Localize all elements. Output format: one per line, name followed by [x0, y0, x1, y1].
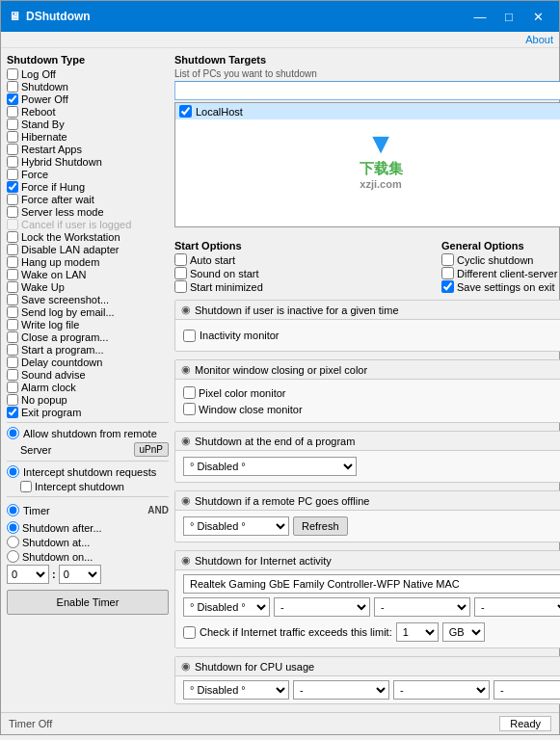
minute-select[interactable]: 0 30: [59, 565, 101, 584]
program-dropdown[interactable]: ° Disabled °: [183, 457, 357, 476]
lock-workstation-checkbox[interactable]: [7, 231, 18, 243]
traffic-limit-checkbox[interactable]: [183, 626, 196, 639]
cpu-header[interactable]: ◉ Shutdown for CPU usage: [175, 657, 560, 676]
force-if-hung-label: Force if Hung: [21, 181, 85, 193]
internet-header[interactable]: ◉ Shutdown for Internet activity: [175, 551, 560, 570]
hybrid-shutdown-checkbox[interactable]: [7, 156, 18, 168]
list-item: Power Off: [7, 93, 169, 105]
about-link[interactable]: About: [525, 34, 553, 45]
auto-start-checkbox[interactable]: [174, 253, 187, 266]
shutdown-at-radio[interactable]: [7, 536, 19, 548]
wake-up-checkbox[interactable]: [7, 281, 18, 293]
timer-enable-radio[interactable]: [7, 504, 19, 516]
monitor-body: Pixel color monitor Window close monitor…: [175, 380, 560, 422]
inactivity-header-label: Shutdown if user is inactive for a given…: [195, 304, 399, 316]
inactivity-monitor-checkbox[interactable]: [183, 330, 196, 342]
inactivity-section: ◉ Shutdown if user is inactive for a giv…: [174, 300, 560, 352]
offline-radio-indicator: ◉: [181, 494, 191, 507]
force-checkbox[interactable]: [7, 169, 18, 180]
restart-apps-label: Restart Apps: [21, 144, 82, 155]
internet-disabled-dropdown[interactable]: ° Disabled °: [183, 597, 270, 617]
save-settings-checkbox[interactable]: [441, 280, 454, 293]
hibernate-label: Hibernate: [21, 131, 67, 143]
allow-shutdown-label: Allow shutdown from remote: [23, 428, 157, 439]
force-if-hung-checkbox[interactable]: [7, 181, 18, 193]
pixel-color-checkbox[interactable]: [183, 386, 196, 399]
disable-lan-checkbox[interactable]: [7, 244, 18, 255]
minimize-button[interactable]: —: [467, 7, 493, 26]
list-item: Cancel if user is logged: [7, 219, 169, 230]
start-program-checkbox[interactable]: [7, 344, 18, 356]
offline-header[interactable]: ◉ Shutdown if a remote PC goes offline: [175, 491, 560, 511]
enable-timer-button[interactable]: Enable Timer: [7, 590, 169, 615]
alarm-clock-checkbox[interactable]: [7, 382, 18, 393]
close-button[interactable]: ✕: [524, 7, 551, 26]
power-off-label: Power Off: [21, 93, 68, 105]
cpu-d2[interactable]: -: [393, 680, 490, 700]
different-client-checkbox[interactable]: [441, 267, 454, 279]
target-input[interactable]: [174, 81, 560, 100]
sound-on-start-checkbox[interactable]: [174, 267, 187, 279]
maximize-button[interactable]: □: [495, 7, 522, 26]
shutdown-after-radio[interactable]: [7, 521, 19, 534]
monitor-header[interactable]: ◉ Monitor window closing or pixel color: [175, 360, 560, 380]
wake-up-label: Wake Up: [21, 281, 65, 293]
shutdown-checkbox[interactable]: [7, 81, 18, 92]
localhost-checkbox[interactable]: [179, 105, 192, 118]
refresh-button[interactable]: Refresh: [293, 516, 348, 536]
save-screenshot-checkbox[interactable]: [7, 294, 18, 305]
program-header[interactable]: ◉ Shutdown at the end of a program: [175, 432, 560, 451]
server-less-mode-checkbox[interactable]: [7, 206, 18, 218]
cpu-d1[interactable]: -: [293, 680, 389, 700]
alarm-clock-label: Alarm clock: [21, 382, 76, 393]
power-off-checkbox[interactable]: [7, 93, 18, 105]
list-item: Shutdown: [7, 81, 169, 92]
restart-apps-checkbox[interactable]: [7, 144, 18, 155]
inactivity-header[interactable]: ◉ Shutdown if user is inactive for a giv…: [175, 301, 560, 320]
stand-by-checkbox[interactable]: [7, 119, 18, 130]
adapter-dropdown[interactable]: Realtek Gaming GbE Family Controller-WFP…: [183, 574, 560, 594]
start-minimized-checkbox[interactable]: [174, 280, 187, 293]
cyclic-shutdown-checkbox[interactable]: [441, 253, 454, 266]
right-panel: Shutdown Targets List of PCs you want to…: [174, 54, 560, 706]
offline-dropdown[interactable]: ° Disabled °: [183, 516, 289, 536]
delay-countdown-checkbox[interactable]: [7, 357, 18, 368]
hour-select[interactable]: 0 1: [7, 565, 49, 584]
list-item: Start a program...: [7, 344, 169, 356]
intercept-label: Intercept shutdown requests: [23, 466, 156, 478]
intercept-radio[interactable]: [7, 465, 19, 478]
unit-dropdown[interactable]: GB: [442, 622, 485, 642]
inactivity-row: Inactivity monitor - ▼: [183, 326, 560, 345]
no-popup-checkbox[interactable]: [7, 394, 18, 406]
internet-d2[interactable]: -: [374, 597, 470, 617]
server-less-mode-label: Server less mode: [21, 206, 104, 218]
internet-dropdowns-row: ° Disabled ° - - - -: [183, 597, 560, 617]
cpu-d3[interactable]: -: [493, 680, 560, 700]
hang-up-modem-checkbox[interactable]: [7, 256, 18, 268]
targets-left: Shutdown Targets List of PCs you want to…: [174, 54, 560, 236]
exit-program-checkbox[interactable]: [7, 407, 18, 418]
traffic-limit-row: Check if Internet traffic exceeds this l…: [183, 622, 560, 642]
shutdown-on-radio[interactable]: [7, 550, 19, 563]
delay-countdown-label: Delay countdown: [21, 357, 102, 368]
list-item: Alarm clock: [7, 382, 169, 393]
sound-advise-checkbox[interactable]: [7, 369, 18, 381]
allow-shutdown-radio[interactable]: [7, 427, 19, 439]
allow-shutdown-section: Allow shutdown from remote: [7, 427, 169, 439]
cpu-disabled-dropdown[interactable]: ° Disabled °: [183, 680, 289, 700]
window-close-label: Window close monitor: [199, 404, 303, 415]
internet-d1[interactable]: -: [274, 597, 370, 617]
send-log-checkbox[interactable]: [7, 306, 18, 318]
hibernate-checkbox[interactable]: [7, 131, 18, 143]
force-after-wait-checkbox[interactable]: [7, 194, 18, 205]
wake-on-lan-checkbox[interactable]: [7, 269, 18, 280]
start-minimized-item: Start minimized: [174, 280, 432, 293]
internet-d3[interactable]: -: [474, 597, 560, 617]
limit-value-dropdown[interactable]: 1: [396, 622, 439, 642]
log-off-checkbox[interactable]: [7, 68, 18, 80]
reboot-checkbox[interactable]: [7, 106, 18, 118]
window-close-checkbox[interactable]: [183, 403, 196, 415]
write-log-checkbox[interactable]: [7, 319, 18, 330]
close-program-checkbox[interactable]: [7, 331, 18, 343]
intercept-checkbox[interactable]: [20, 481, 32, 492]
